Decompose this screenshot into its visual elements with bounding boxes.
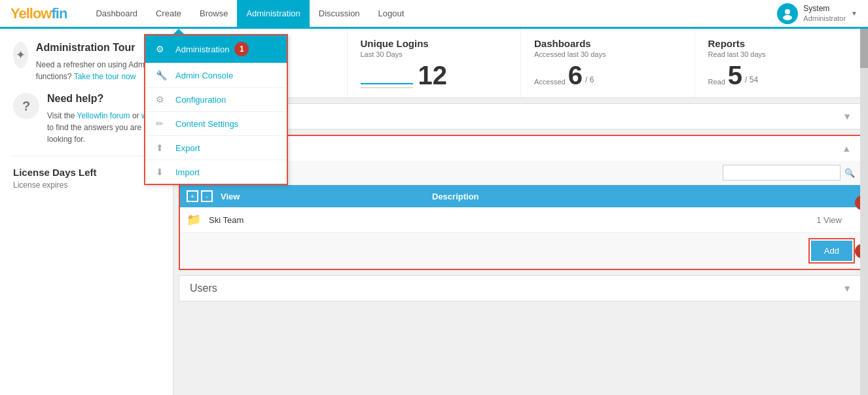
user-area[interactable]: System Administrator ▼	[777, 3, 858, 24]
gear-icon: ⚙	[156, 44, 169, 54]
help-text: Visit the Yellowfin forum or wiki to fin…	[47, 110, 160, 145]
scrollbar-track[interactable]	[860, 29, 868, 395]
collapse-all-button[interactable]: -	[201, 190, 213, 202]
stat-dashboards-title: Dashboards	[534, 38, 681, 49]
gear-small-icon: ⚙	[156, 94, 169, 105]
add-button-outline: Add	[808, 238, 855, 264]
tour-heading: Administration Tour	[36, 42, 160, 54]
forum-link[interactable]: Yellowfin forum	[77, 111, 130, 120]
user-name: System Administrator	[803, 4, 846, 24]
nav-dashboard[interactable]: Dashboard	[86, 0, 147, 28]
folder-icon: 📁	[187, 213, 201, 227]
users-title: Users	[190, 283, 217, 294]
stat-dashboards-count: 6	[568, 62, 583, 88]
dropdown-menu: ⚙ Administration 1 🔧 Admin Console ⚙ Con…	[144, 34, 288, 185]
table-header: + - View Description	[180, 185, 861, 207]
stat-dashboards: Dashboards Accessed last 30 days Accesse…	[521, 29, 695, 97]
views-toggle[interactable]: ▲	[842, 143, 851, 154]
stat-reports-count: 5	[728, 62, 742, 88]
license-title: License Days Left	[13, 167, 160, 178]
nav: Dashboard Create Browse Administration D…	[86, 0, 413, 27]
pencil-icon: ✏	[156, 118, 169, 129]
tour-content: Administration Tour Need a refresher on …	[36, 42, 160, 82]
data-sources-toggle[interactable]: ▼	[842, 111, 852, 122]
stat-read-label: Read	[708, 78, 725, 86]
license-section: License Days Left License expires	[13, 156, 160, 190]
annotation-badge-1: 1	[234, 42, 249, 56]
stat-accessed-label: Accessed	[534, 78, 566, 86]
nav-administration[interactable]: Administration	[237, 0, 309, 28]
help-content: Need help? Visit the Yellowfin forum or …	[47, 93, 160, 145]
wrench-icon: 🔧	[156, 70, 169, 80]
menu-item-export[interactable]: ⬆ Export	[145, 136, 287, 160]
search-icon: 🔍	[844, 168, 855, 178]
nav-discussion[interactable]: Discussion	[310, 0, 369, 28]
stat-logins-title: Unique Logins	[361, 38, 508, 49]
add-button[interactable]: Add	[811, 241, 852, 261]
svg-point-1	[783, 15, 792, 20]
nav-indicator	[173, 29, 184, 34]
expand-controls: + -	[187, 190, 213, 202]
scrollbar-thumb[interactable]	[860, 29, 868, 68]
help-icon: ?	[13, 93, 39, 119]
view-name: Ski Team	[209, 215, 420, 225]
user-avatar	[777, 3, 798, 24]
col-description: Description	[432, 192, 855, 201]
stat-dashboards-total: / 6	[585, 75, 594, 84]
admin-tour-section: ✦ Administration Tour Need a refresher o…	[13, 42, 160, 82]
nav-logout[interactable]: Logout	[369, 0, 414, 28]
tour-icon: ✦	[13, 42, 28, 68]
logo-text: Yellowfin	[10, 5, 67, 22]
nav-create[interactable]: Create	[147, 0, 190, 28]
users-toggle[interactable]: ▼	[842, 283, 852, 294]
svg-point-0	[785, 9, 790, 14]
main-layout: ✦ Administration Tour Need a refresher o…	[0, 29, 868, 395]
upload-icon: ⬆	[156, 143, 169, 153]
stat-dashboards-sub: Accessed last 30 days	[534, 50, 681, 58]
tour-link[interactable]: Take the tour now	[74, 72, 136, 81]
stat-reports-total: / 54	[745, 75, 758, 84]
stat-reports: Reports Read last 30 days Read 5 / 54	[695, 29, 869, 97]
table-row: 📁 Ski Team 1 View	[180, 207, 861, 233]
col-view: View	[221, 192, 432, 201]
menu-item-content-settings[interactable]: ✏ Content Settings	[145, 112, 287, 136]
download-icon: ⬇	[156, 167, 169, 177]
menu-item-configuration[interactable]: ⚙ Configuration	[145, 88, 287, 112]
license-sub: License expires	[13, 180, 160, 190]
menu-item-import[interactable]: ⬇ Import	[145, 160, 287, 184]
menu-item-administration[interactable]: ⚙ Administration 1	[145, 35, 287, 63]
nav-browse[interactable]: Browse	[190, 0, 237, 28]
stat-reports-title: Reports	[708, 38, 856, 49]
stat-logins-sub: Last 30 Days	[361, 50, 508, 58]
logo: Yellowfin	[10, 5, 67, 22]
menu-item-admin-console[interactable]: 🔧 Admin Console	[145, 63, 287, 88]
add-button-area: Add 3	[180, 233, 861, 269]
stat-logins-count: 12	[418, 62, 448, 88]
users-section: Users ▼	[179, 275, 863, 301]
users-header[interactable]: Users ▼	[179, 276, 862, 301]
view-count: 1 View	[420, 215, 855, 225]
stat-reports-sub: Read last 30 days	[708, 50, 856, 58]
expand-all-button[interactable]: +	[187, 190, 198, 202]
tour-text: Need a refresher on using Admin function…	[36, 59, 160, 82]
stat-logins: Unique Logins Last 30 Days 12	[348, 29, 522, 97]
header: Yellowfin Dashboard Create Browse Admini…	[0, 0, 868, 29]
user-dropdown-chevron[interactable]: ▼	[851, 10, 858, 17]
help-section: ? Need help? Visit the Yellowfin forum o…	[13, 93, 160, 145]
help-heading: Need help?	[47, 93, 160, 105]
views-search-input[interactable]	[723, 165, 841, 180]
